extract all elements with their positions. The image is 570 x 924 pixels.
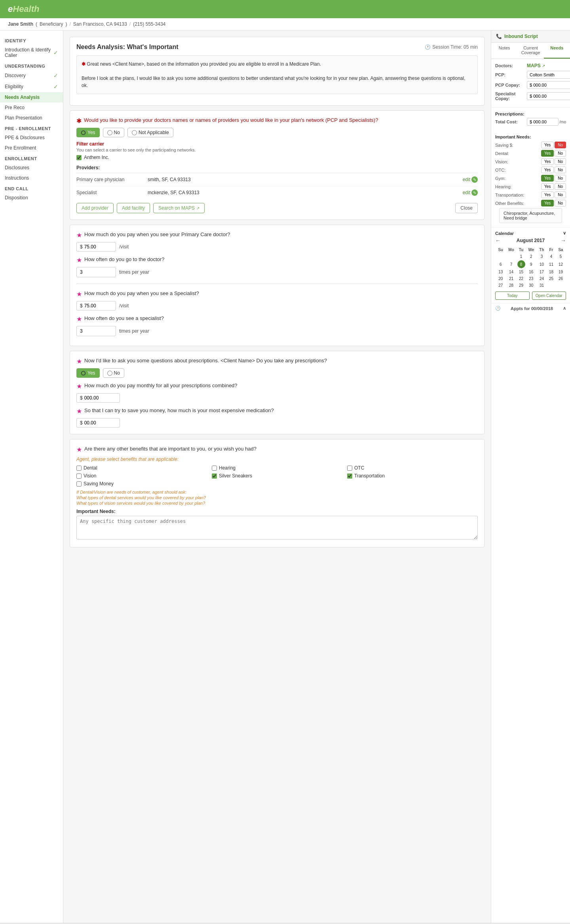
sidebar-item-pre-enrollment[interactable]: Pre Enrollment — [0, 143, 63, 153]
star-icon-4: ★ — [76, 256, 82, 264]
q4-unit: /visit — [119, 303, 129, 309]
q9-label: ★ Are there any other benefits that are … — [76, 446, 478, 453]
sidebar-item-disposition[interactable]: Disposition — [0, 193, 63, 203]
q7-label: ★ How much do you pay monthly for all yo… — [76, 382, 478, 390]
benefit-hearing-checkbox[interactable] — [212, 466, 217, 471]
calendar-collapse-icon: ∨ — [563, 231, 566, 236]
calendar-prev-button[interactable]: ← — [495, 237, 501, 244]
tab-needs[interactable]: Needs — [544, 43, 570, 59]
open-calendar-button[interactable]: Open Calendar — [532, 292, 566, 300]
rp-pcp-copay-row: PCP Copay: — [495, 81, 566, 89]
benefit-transportation[interactable]: Transportation — [347, 473, 478, 479]
q5-input[interactable] — [76, 326, 116, 336]
add-facility-button[interactable]: Add facility — [117, 203, 150, 213]
calendar-month: August 2017 — [517, 238, 545, 243]
q8-dollar-wrap[interactable]: $ — [76, 418, 120, 428]
need-saving-yes[interactable]: Yes — [541, 142, 554, 148]
sidebar-item-discovery[interactable]: Discovery ✓ — [0, 70, 63, 81]
benefit-otc-checkbox[interactable] — [347, 466, 352, 471]
q5-label: ★ How often do you see a specialist? — [76, 315, 478, 323]
q2-dollar-wrap[interactable]: $ — [76, 242, 116, 252]
benefit-hearing[interactable]: Hearing — [212, 465, 342, 471]
need-transportation-no[interactable]: No — [555, 191, 566, 198]
q2-input[interactable] — [84, 244, 112, 250]
need-other-no[interactable]: No — [555, 200, 566, 206]
benefit-saving-money[interactable]: Saving Money — [76, 481, 207, 487]
close-button[interactable]: Close — [455, 203, 478, 213]
need-transportation-yes[interactable]: Yes — [541, 191, 554, 198]
need-otc-yes[interactable]: Yes — [541, 167, 554, 173]
benefit-dental[interactable]: Dental — [76, 465, 207, 471]
total-cost-unit: /mo — [559, 120, 566, 124]
need-dental-no[interactable]: No — [555, 150, 566, 157]
q7-dollar-wrap[interactable]: $ — [76, 393, 120, 403]
edit-link-specialist[interactable]: edit ✎ — [463, 189, 478, 196]
edit-link-pcp[interactable]: edit ✎ — [463, 176, 478, 183]
prescriptions-label: Prescriptions: — [495, 112, 566, 116]
sidebar-section-end-call: END CALL — [0, 183, 63, 193]
calendar-today-8[interactable]: 8 — [517, 260, 525, 268]
calendar-label: Calendar — [495, 231, 514, 236]
calendar-next-button[interactable]: → — [560, 237, 566, 244]
need-vision-no[interactable]: No — [555, 158, 566, 165]
search-on-maps-button[interactable]: Search on MAPS ↗ — [153, 203, 205, 213]
benefit-silver-sneakers[interactable]: Silver Sneakers — [212, 473, 342, 479]
sidebar-item-plan-presentation[interactable]: Plan Presentation — [0, 113, 63, 123]
sidebar-item-needs-analysis[interactable]: Needs Analysis — [0, 92, 63, 102]
benefit-transportation-checkbox[interactable] — [347, 473, 352, 479]
total-cost-input[interactable] — [527, 118, 559, 126]
today-button[interactable]: Today — [495, 292, 530, 300]
sidebar-item-instructions[interactable]: Instructions — [0, 173, 63, 183]
radio-no[interactable]: No — [103, 128, 124, 137]
benefit-dental-checkbox[interactable] — [76, 466, 82, 471]
calendar-toggle[interactable]: Calendar ∨ — [495, 231, 566, 236]
benefit-silver-sneakers-checkbox[interactable] — [212, 473, 217, 479]
need-other-yes[interactable]: Yes — [541, 200, 554, 206]
need-hearing-no[interactable]: No — [555, 183, 566, 190]
filter-carrier-item[interactable]: Anthem Inc. — [76, 155, 478, 160]
need-dental-yes[interactable]: Yes — [541, 150, 554, 157]
need-other-benefits: Other Benefits: Yes No — [495, 200, 566, 206]
pcp-copay-input[interactable] — [527, 81, 570, 89]
q3-input[interactable] — [76, 267, 116, 277]
q6-radio-yes[interactable]: Yes — [76, 368, 100, 378]
radio-yes[interactable]: Yes — [76, 128, 100, 137]
need-saving-no[interactable]: No — [555, 142, 566, 148]
need-hearing-yes[interactable]: Yes — [541, 183, 554, 190]
q6-radio-no[interactable]: No — [103, 368, 124, 378]
q5-input-row: times per year — [76, 326, 478, 336]
check-icon-discovery: ✓ — [53, 72, 58, 79]
sidebar-item-intro[interactable]: Introduction & Identify Caller ✓ — [0, 45, 63, 61]
radio-not-applicable[interactable]: Not Applicable — [127, 128, 173, 137]
tab-notes[interactable]: Notes — [491, 43, 517, 59]
sidebar-item-disclosures[interactable]: Disclosures — [0, 163, 63, 173]
q7-input[interactable] — [84, 395, 112, 401]
pcp-input[interactable] — [527, 71, 570, 79]
q3-label: ★ How often do you go to the doctor? — [76, 256, 478, 264]
need-gym-no[interactable]: No — [555, 175, 566, 182]
benefit-vision-checkbox[interactable] — [76, 473, 82, 479]
need-vision-yes[interactable]: Yes — [541, 158, 554, 165]
q4-input[interactable] — [84, 303, 112, 309]
q8-input[interactable] — [84, 420, 112, 426]
benefit-vision[interactable]: Vision — [76, 473, 207, 479]
sidebar-item-ppe-disclosures[interactable]: PPE & Disclosures — [0, 133, 63, 143]
appts-header[interactable]: 🕐 Appts for 00/00/2018 ∧ — [495, 306, 566, 311]
q1-radio-group: Yes No Not Applicable — [76, 128, 478, 137]
sidebar-item-eligibility[interactable]: Eligibility ✓ — [0, 81, 63, 92]
specialist-copay-input[interactable] — [527, 92, 570, 100]
q4-dollar-wrap[interactable]: $ — [76, 301, 116, 311]
filter-carrier-checkbox[interactable] — [76, 155, 82, 160]
maps-link[interactable]: MAPS — [527, 63, 541, 68]
need-gym-yes[interactable]: Yes — [541, 175, 554, 182]
q3-input-row: times per year — [76, 267, 478, 277]
need-otc-no[interactable]: No — [555, 167, 566, 173]
tab-current-coverage[interactable]: Current Coverage — [517, 43, 543, 59]
add-provider-button[interactable]: Add provider — [76, 203, 114, 213]
benefit-otc[interactable]: OTC — [347, 465, 478, 471]
q4-label: ★ How much do you pay when you see a Spe… — [76, 290, 478, 298]
benefit-saving-money-checkbox[interactable] — [76, 481, 82, 487]
sidebar-item-pre-reco[interactable]: Pre Reco — [0, 102, 63, 113]
rp-pcp-row: PCP: — [495, 71, 566, 79]
important-needs-input[interactable] — [76, 516, 478, 540]
